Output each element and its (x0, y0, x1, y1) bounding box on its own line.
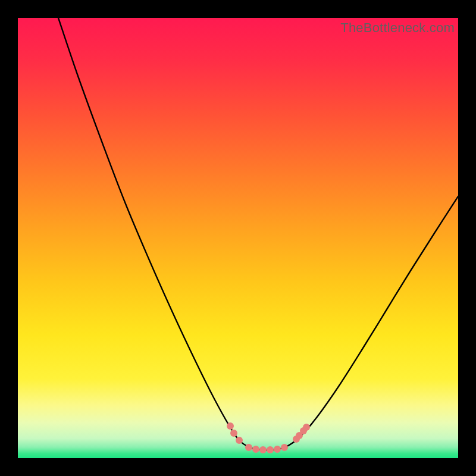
marker-dot (227, 422, 234, 430)
marker-dot (259, 446, 267, 453)
marker-dot (267, 446, 274, 453)
highlight-markers (227, 422, 310, 453)
plot-frame: TheBottleneck.com (18, 18, 458, 458)
marker-dot (230, 430, 237, 437)
marker-dot (245, 444, 252, 451)
marker-dot (274, 446, 281, 453)
chart-svg (18, 18, 458, 458)
bottleneck-curve (58, 18, 458, 450)
marker-dot (252, 446, 259, 453)
marker-dot (303, 424, 310, 431)
marker-dot (236, 437, 243, 444)
marker-dot (281, 444, 288, 451)
